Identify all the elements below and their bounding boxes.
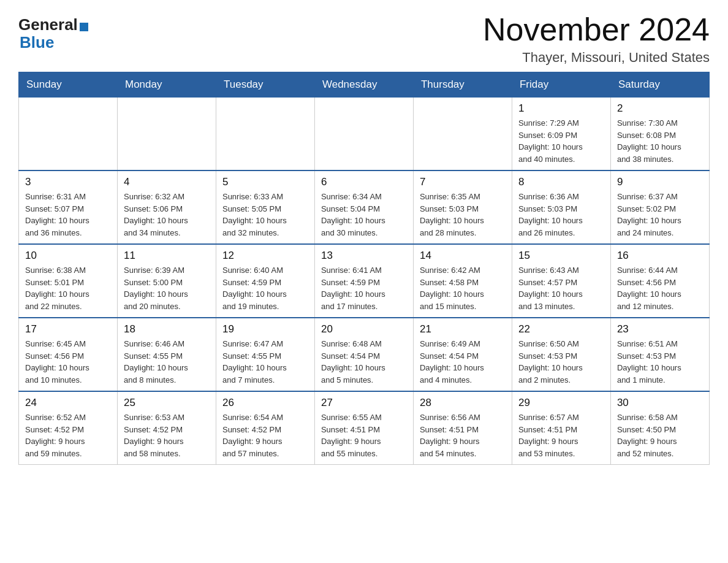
day-info: Sunrise: 6:40 AM Sunset: 4:59 PM Dayligh… — [222, 264, 308, 312]
calendar-week-4: 17Sunrise: 6:45 AM Sunset: 4:56 PM Dayli… — [19, 318, 710, 391]
calendar-cell: 19Sunrise: 6:47 AM Sunset: 4:55 PM Dayli… — [216, 318, 314, 391]
day-number: 17 — [25, 323, 111, 335]
logo: General Blue — [18, 15, 88, 52]
day-number: 15 — [518, 250, 604, 262]
day-number: 19 — [222, 323, 308, 335]
calendar-cell — [19, 98, 118, 171]
calendar-table: SundayMondayTuesdayWednesdayThursdayFrid… — [18, 72, 710, 465]
calendar-cell: 5Sunrise: 6:33 AM Sunset: 5:05 PM Daylig… — [216, 170, 314, 244]
calendar-cell: 14Sunrise: 6:42 AM Sunset: 4:58 PM Dayli… — [413, 244, 512, 318]
day-info: Sunrise: 7:30 AM Sunset: 6:08 PM Dayligh… — [617, 117, 703, 165]
logo-general-text: General — [18, 15, 78, 34]
day-number: 24 — [25, 397, 111, 409]
day-info: Sunrise: 6:36 AM Sunset: 5:03 PM Dayligh… — [518, 191, 604, 239]
page-header: General Blue November 2024 Thayer, Misso… — [18, 12, 710, 66]
day-info: Sunrise: 6:58 AM Sunset: 4:50 PM Dayligh… — [617, 412, 703, 459]
weekday-header-wednesday: Wednesday — [314, 72, 413, 98]
day-number: 1 — [518, 102, 604, 115]
day-info: Sunrise: 6:38 AM Sunset: 5:01 PM Dayligh… — [25, 264, 111, 312]
day-info: Sunrise: 6:31 AM Sunset: 5:07 PM Dayligh… — [25, 191, 111, 239]
day-number: 25 — [124, 397, 210, 409]
day-number: 9 — [617, 176, 703, 188]
calendar-cell: 15Sunrise: 6:43 AM Sunset: 4:57 PM Dayli… — [512, 244, 610, 318]
calendar-cell: 17Sunrise: 6:45 AM Sunset: 4:56 PM Dayli… — [19, 318, 118, 391]
weekday-header-thursday: Thursday — [413, 72, 512, 98]
day-info: Sunrise: 6:57 AM Sunset: 4:51 PM Dayligh… — [518, 412, 604, 459]
day-info: Sunrise: 6:43 AM Sunset: 4:57 PM Dayligh… — [518, 264, 604, 312]
calendar-cell: 27Sunrise: 6:55 AM Sunset: 4:51 PM Dayli… — [314, 391, 413, 465]
weekday-header-friday: Friday — [512, 72, 610, 98]
calendar-title: November 2024 — [483, 12, 710, 47]
day-info: Sunrise: 6:39 AM Sunset: 5:00 PM Dayligh… — [124, 264, 210, 312]
calendar-week-5: 24Sunrise: 6:52 AM Sunset: 4:52 PM Dayli… — [19, 391, 710, 465]
day-number: 3 — [25, 176, 111, 188]
day-number: 10 — [25, 250, 111, 262]
day-info: Sunrise: 6:51 AM Sunset: 4:53 PM Dayligh… — [617, 338, 703, 386]
calendar-cell: 26Sunrise: 6:54 AM Sunset: 4:52 PM Dayli… — [216, 391, 314, 465]
calendar-header-row: SundayMondayTuesdayWednesdayThursdayFrid… — [19, 72, 710, 98]
calendar-subtitle: Thayer, Missouri, United States — [483, 50, 710, 66]
day-info: Sunrise: 6:54 AM Sunset: 4:52 PM Dayligh… — [222, 412, 308, 459]
calendar-cell: 11Sunrise: 6:39 AM Sunset: 5:00 PM Dayli… — [117, 244, 216, 318]
day-number: 14 — [420, 250, 506, 262]
weekday-header-monday: Monday — [117, 72, 216, 98]
day-info: Sunrise: 6:34 AM Sunset: 5:04 PM Dayligh… — [321, 191, 407, 239]
calendar-cell: 7Sunrise: 6:35 AM Sunset: 5:03 PM Daylig… — [413, 170, 512, 244]
day-number: 11 — [124, 250, 210, 262]
weekday-header-sunday: Sunday — [19, 72, 118, 98]
calendar-cell: 30Sunrise: 6:58 AM Sunset: 4:50 PM Dayli… — [610, 391, 709, 465]
calendar-week-1: 1Sunrise: 7:29 AM Sunset: 6:09 PM Daylig… — [19, 98, 710, 171]
day-info: Sunrise: 6:52 AM Sunset: 4:52 PM Dayligh… — [25, 412, 111, 459]
calendar-cell: 16Sunrise: 6:44 AM Sunset: 4:56 PM Dayli… — [610, 244, 709, 318]
day-number: 18 — [124, 323, 210, 335]
day-info: Sunrise: 6:37 AM Sunset: 5:02 PM Dayligh… — [617, 191, 703, 239]
calendar-cell: 8Sunrise: 6:36 AM Sunset: 5:03 PM Daylig… — [512, 170, 610, 244]
logo-triangle-icon — [80, 23, 88, 31]
day-number: 2 — [617, 102, 703, 115]
day-number: 21 — [420, 323, 506, 335]
logo-blue-text: Blue — [18, 33, 54, 52]
day-info: Sunrise: 6:35 AM Sunset: 5:03 PM Dayligh… — [420, 191, 506, 239]
calendar-cell: 9Sunrise: 6:37 AM Sunset: 5:02 PM Daylig… — [610, 170, 709, 244]
calendar-cell: 20Sunrise: 6:48 AM Sunset: 4:54 PM Dayli… — [314, 318, 413, 391]
calendar-cell: 23Sunrise: 6:51 AM Sunset: 4:53 PM Dayli… — [610, 318, 709, 391]
calendar-cell: 13Sunrise: 6:41 AM Sunset: 4:59 PM Dayli… — [314, 244, 413, 318]
day-info: Sunrise: 6:46 AM Sunset: 4:55 PM Dayligh… — [124, 338, 210, 386]
day-info: Sunrise: 6:53 AM Sunset: 4:52 PM Dayligh… — [124, 412, 210, 459]
calendar-cell: 1Sunrise: 7:29 AM Sunset: 6:09 PM Daylig… — [512, 98, 610, 171]
day-number: 5 — [222, 176, 308, 188]
day-info: Sunrise: 6:44 AM Sunset: 4:56 PM Dayligh… — [617, 264, 703, 312]
calendar-cell: 2Sunrise: 7:30 AM Sunset: 6:08 PM Daylig… — [610, 98, 709, 171]
day-number: 26 — [222, 397, 308, 409]
calendar-cell: 18Sunrise: 6:46 AM Sunset: 4:55 PM Dayli… — [117, 318, 216, 391]
day-info: Sunrise: 6:55 AM Sunset: 4:51 PM Dayligh… — [321, 412, 407, 459]
day-info: Sunrise: 6:47 AM Sunset: 4:55 PM Dayligh… — [222, 338, 308, 386]
calendar-cell: 21Sunrise: 6:49 AM Sunset: 4:54 PM Dayli… — [413, 318, 512, 391]
calendar-cell — [117, 98, 216, 171]
calendar-week-2: 3Sunrise: 6:31 AM Sunset: 5:07 PM Daylig… — [19, 170, 710, 244]
day-info: Sunrise: 6:50 AM Sunset: 4:53 PM Dayligh… — [518, 338, 604, 386]
calendar-cell — [413, 98, 512, 171]
day-info: Sunrise: 6:45 AM Sunset: 4:56 PM Dayligh… — [25, 338, 111, 386]
day-number: 22 — [518, 323, 604, 335]
title-section: November 2024 Thayer, Missouri, United S… — [483, 12, 710, 66]
day-info: Sunrise: 6:32 AM Sunset: 5:06 PM Dayligh… — [124, 191, 210, 239]
day-number: 30 — [617, 397, 703, 409]
day-info: Sunrise: 6:49 AM Sunset: 4:54 PM Dayligh… — [420, 338, 506, 386]
calendar-cell: 6Sunrise: 6:34 AM Sunset: 5:04 PM Daylig… — [314, 170, 413, 244]
day-number: 16 — [617, 250, 703, 262]
calendar-cell: 29Sunrise: 6:57 AM Sunset: 4:51 PM Dayli… — [512, 391, 610, 465]
weekday-header-tuesday: Tuesday — [216, 72, 314, 98]
calendar-cell: 22Sunrise: 6:50 AM Sunset: 4:53 PM Dayli… — [512, 318, 610, 391]
day-number: 29 — [518, 397, 604, 409]
weekday-header-saturday: Saturday — [610, 72, 709, 98]
calendar-cell: 24Sunrise: 6:52 AM Sunset: 4:52 PM Dayli… — [19, 391, 118, 465]
day-number: 28 — [420, 397, 506, 409]
day-number: 13 — [321, 250, 407, 262]
day-number: 6 — [321, 176, 407, 188]
day-number: 27 — [321, 397, 407, 409]
calendar-cell: 4Sunrise: 6:32 AM Sunset: 5:06 PM Daylig… — [117, 170, 216, 244]
day-info: Sunrise: 6:48 AM Sunset: 4:54 PM Dayligh… — [321, 338, 407, 386]
calendar-cell: 10Sunrise: 6:38 AM Sunset: 5:01 PM Dayli… — [19, 244, 118, 318]
day-number: 12 — [222, 250, 308, 262]
